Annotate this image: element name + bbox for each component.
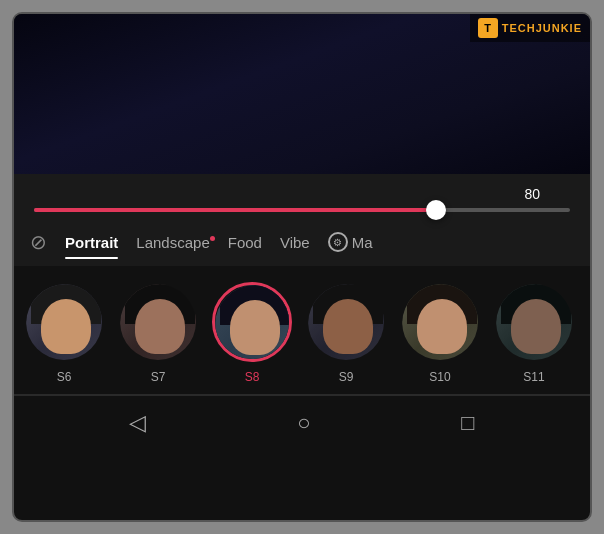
tab-food[interactable]: Food bbox=[228, 234, 262, 259]
filter-item-s11[interactable]: S11 bbox=[494, 282, 574, 384]
tab-vibe[interactable]: Vibe bbox=[280, 234, 310, 259]
brand-logo-icon: T bbox=[478, 18, 498, 38]
filter-circle-s8[interactable] bbox=[212, 282, 292, 362]
slider-fill bbox=[34, 208, 436, 212]
filter-item-s6[interactable]: S6 bbox=[24, 282, 104, 384]
filter-label-s9: S9 bbox=[339, 370, 354, 384]
slider-track[interactable] bbox=[34, 208, 570, 212]
tab-none[interactable]: ⊘ bbox=[30, 230, 47, 262]
filter-circle-s10[interactable] bbox=[400, 282, 480, 362]
filter-label-s6: S6 bbox=[57, 370, 72, 384]
landscape-dot bbox=[210, 236, 215, 241]
tab-portrait-label: Portrait bbox=[65, 234, 118, 251]
filter-circle-s6[interactable] bbox=[24, 282, 104, 362]
slider-value: 80 bbox=[34, 186, 570, 202]
brand-bar: T TECHJUNKIE bbox=[470, 14, 590, 42]
filter-label-s10: S10 bbox=[429, 370, 450, 384]
nav-bar: ◁ ○ □ bbox=[14, 395, 590, 450]
brand-name: TECHJUNKIE bbox=[502, 22, 582, 34]
tab-portrait[interactable]: Portrait bbox=[65, 234, 118, 259]
back-button[interactable]: ◁ bbox=[129, 410, 146, 436]
tab-food-label: Food bbox=[228, 234, 262, 251]
tab-ma-label: Ma bbox=[352, 234, 373, 251]
filter-label-s7: S7 bbox=[151, 370, 166, 384]
filter-circle-s7[interactable] bbox=[118, 282, 198, 362]
filter-circle-s9[interactable] bbox=[306, 282, 386, 362]
tab-vibe-label: Vibe bbox=[280, 234, 310, 251]
tab-landscape-label: Landscape bbox=[136, 234, 209, 251]
recent-button[interactable]: □ bbox=[461, 410, 474, 436]
phone-frame: T TECHJUNKIE 80 ⊘ Portrait Landscape Foo… bbox=[12, 12, 592, 522]
filter-item-s9[interactable]: S9 bbox=[306, 282, 386, 384]
home-button[interactable]: ○ bbox=[297, 410, 310, 436]
filter-item-s8[interactable]: S8 bbox=[212, 282, 292, 384]
filter-label-s8: S8 bbox=[245, 370, 260, 384]
filter-circle-s11[interactable] bbox=[494, 282, 574, 362]
gear-icon: ⚙ bbox=[328, 232, 348, 252]
filter-label-s11: S11 bbox=[523, 370, 544, 384]
filter-item-s7[interactable]: S7 bbox=[118, 282, 198, 384]
slider-thumb[interactable] bbox=[426, 200, 446, 220]
tab-landscape[interactable]: Landscape bbox=[136, 234, 209, 259]
filter-tabs: ⊘ Portrait Landscape Food Vibe ⚙ Ma bbox=[14, 220, 590, 266]
slider-section: 80 bbox=[14, 174, 590, 220]
filter-item-s10[interactable]: S10 bbox=[400, 282, 480, 384]
tab-ma[interactable]: ⚙ Ma bbox=[328, 232, 373, 260]
filter-previews: S6 S7 S8 bbox=[14, 266, 590, 394]
no-icon: ⊘ bbox=[30, 230, 47, 254]
